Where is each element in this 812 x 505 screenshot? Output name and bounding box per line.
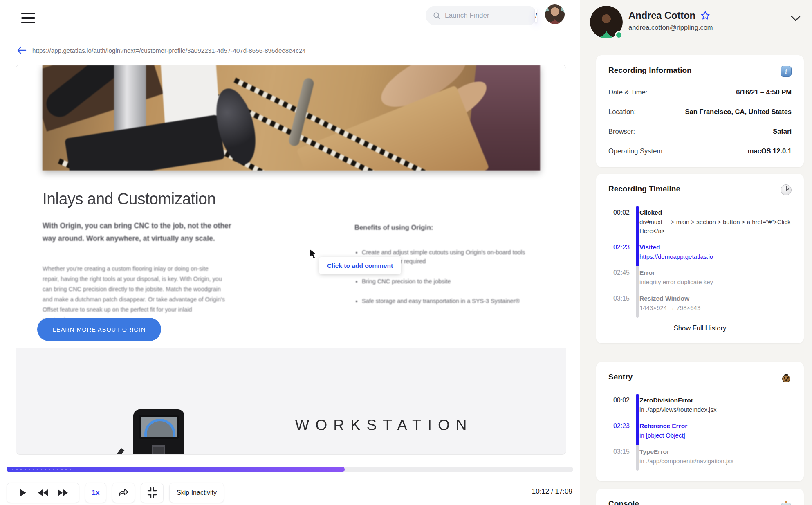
share-arrow-icon (118, 488, 129, 497)
sentry-card: Sentry 00:02 ZeroDivisionError in ./app/… (596, 362, 804, 481)
replay-heading: Inlays and Customization (43, 189, 216, 208)
recorded-cursor-icon (309, 248, 319, 260)
user-profile-header: Andrea Cotton andrea.cotton@rippling.com (580, 0, 812, 49)
sentry-event[interactable]: 03:15 TypeError in ./app/components/navi… (608, 445, 792, 471)
share-button[interactable] (112, 483, 135, 503)
timeline-event[interactable]: 02:23 Visited https://demoapp.getatlas.i… (608, 241, 792, 267)
playback-progress-fill (7, 467, 345, 472)
add-comment-tooltip[interactable]: Click to add comment (319, 257, 401, 274)
origin-device-image (133, 409, 184, 455)
benefits-title: Benefits of using Origin: (354, 224, 433, 231)
favorite-star-icon[interactable] (700, 11, 710, 20)
info-row-location: Location: San Francisco, CA, United Stat… (608, 108, 792, 116)
collapse-view-button[interactable] (141, 483, 164, 503)
transport-controls (7, 483, 79, 503)
session-replay-app: / https://app.getatlas.io/auth/login?nex… (0, 0, 812, 505)
ladybug-icon (781, 373, 792, 383)
console-card: Console (596, 489, 804, 505)
play-button[interactable] (15, 483, 31, 503)
rewind-button[interactable] (35, 483, 51, 503)
recording-information-card: Recording Information i Date & Time: 6/1… (596, 55, 804, 167)
timeline-event[interactable]: 00:02 Clicked div#nuxt__ > main > sectio… (608, 206, 792, 241)
main-panel: / https://app.getatlas.io/auth/login?nex… (0, 0, 580, 505)
back-arrow-icon[interactable] (17, 46, 27, 54)
replay-viewport: Inlays and Customization With Origin, yo… (16, 65, 566, 455)
benefit-item: Safe storage and easy transportation in … (362, 297, 529, 306)
info-row-date-time: Date & Time: 6/16/21 – 4:50 PM (608, 88, 792, 96)
profile-name: Andrea Cotton (628, 10, 695, 21)
chevron-down-icon[interactable] (791, 16, 801, 22)
hamburger-menu-icon[interactable] (21, 13, 35, 24)
benefit-item: Bring CNC precision to the jobsite (362, 277, 529, 286)
playback-time: 10:12 / 17:09 (532, 487, 572, 496)
search-input[interactable] (445, 11, 535, 20)
details-sidebar: Andrea Cotton andrea.cotton@rippling.com… (580, 0, 812, 505)
sentry-event[interactable]: 02:23 Reference Error in [object Object] (608, 420, 792, 445)
recording-timeline-card: Recording Timeline 00:02 Clicked div#nux… (596, 174, 804, 343)
slash-shortcut-key: / (535, 9, 537, 22)
recorded-page-url: https://app.getatlas.io/auth/login?next=… (32, 47, 306, 54)
clock-icon (781, 184, 792, 195)
robot-icon (781, 501, 792, 505)
console-title: Console (608, 499, 639, 505)
timeline-event[interactable]: 02:45 Error integrity error duplicate ke… (608, 266, 792, 292)
sentry-event[interactable]: 00:02 ZeroDivisionError in ./app/views/r… (608, 394, 792, 420)
top-bar: / (0, 0, 580, 36)
replay-body-paragraph: Whether you're creating a custom floorin… (43, 264, 226, 325)
recording-url-bar: https://app.getatlas.io/auth/login?next=… (17, 43, 306, 57)
show-full-history-link[interactable]: Show Full History (674, 324, 726, 332)
playback-speed-button[interactable]: 1x (85, 483, 106, 503)
woodworking-photo (43, 65, 540, 171)
recording-information-title: Recording Information (608, 66, 692, 75)
recording-timeline-title: Recording Timeline (608, 184, 680, 193)
info-icon: i (781, 66, 792, 77)
skip-inactivity-button[interactable]: Skip Inactivity (169, 483, 224, 503)
fast-forward-button[interactable] (55, 483, 71, 503)
timeline-event[interactable]: 03:15 Resized Window 1443×924 → 798×643 (608, 292, 792, 318)
sentry-title: Sentry (608, 373, 633, 382)
workstation-logo: WORKSTATION (286, 417, 482, 434)
info-row-os: Operating System: macOS 12.0.1 (608, 147, 792, 155)
profile-email: andrea.cotton@rippling.com (628, 24, 713, 31)
replay-footer-section: WORKSTATION (16, 348, 566, 455)
collapse-corners-icon (147, 487, 157, 498)
current-user-avatar[interactable] (545, 4, 565, 24)
replay-lead-paragraph: With Origin, you can bring CNC to the jo… (43, 220, 237, 245)
player-controls: 1x Skip Inactivity 10:12 / 17:09 (0, 483, 580, 503)
playback-progress-bar[interactable] (7, 467, 573, 472)
info-row-browser: Browser: Safari (608, 128, 792, 135)
search-icon (433, 12, 441, 20)
learn-more-button[interactable]: LEARN MORE ABOUT ORIGIN (37, 318, 161, 341)
search-box[interactable]: / (426, 6, 537, 25)
online-status-dot (615, 31, 623, 39)
